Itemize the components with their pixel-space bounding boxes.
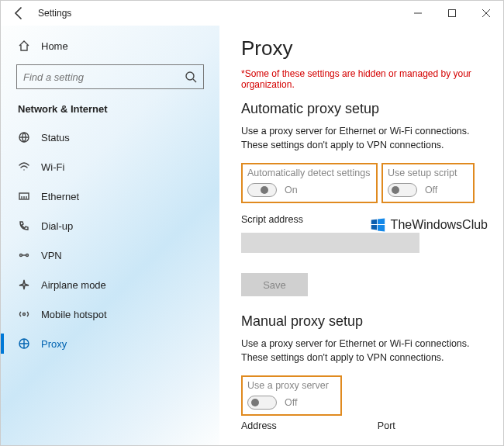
search-icon	[185, 71, 197, 83]
back-button[interactable]	[12, 5, 27, 21]
sidebar-item-hotspot[interactable]: Mobile hotspot	[1, 299, 219, 329]
section-desc-manual: Use a proxy server for Ethernet or Wi-Fi…	[241, 337, 482, 365]
sidebar-item-label: Dial-up	[41, 220, 73, 232]
svg-point-8	[20, 254, 22, 257]
sidebar-item-vpn[interactable]: VPN	[1, 240, 219, 270]
toggle-state: On	[285, 185, 298, 195]
setting-label: Automatically detect settings	[247, 168, 370, 178]
ethernet-icon	[18, 190, 30, 202]
maximize-button[interactable]	[435, 1, 469, 26]
sidebar-item-wifi[interactable]: Wi-Fi	[1, 152, 219, 182]
wifi-icon	[18, 161, 30, 173]
search-input[interactable]	[16, 64, 204, 89]
toggle-auto-detect[interactable]	[247, 183, 277, 197]
sidebar-section-title: Network & Internet	[1, 97, 219, 123]
sidebar-item-label: Status	[41, 132, 70, 143]
org-warning: *Some of these settings are hidden or ma…	[241, 68, 482, 90]
windows-logo-icon	[369, 216, 386, 233]
svg-marker-12	[371, 220, 376, 224]
window-caption: Settings	[38, 8, 71, 19]
search-field[interactable]	[23, 71, 185, 83]
watermark-text: TheWindowsClub	[391, 218, 488, 232]
sidebar-item-label: Wi-Fi	[41, 161, 64, 173]
svg-marker-13	[378, 218, 385, 224]
minimize-button[interactable]	[401, 1, 435, 26]
sidebar-item-label: Ethernet	[41, 191, 79, 202]
setting-label: Use setup script	[388, 168, 467, 178]
svg-point-4	[186, 72, 194, 80]
section-desc-auto: Use a proxy server for Ethernet or Wi-Fi…	[241, 125, 482, 152]
sidebar-item-label: Mobile hotspot	[41, 309, 107, 320]
toggle-state: Off	[425, 185, 437, 195]
vpn-icon	[18, 249, 30, 261]
svg-line-5	[193, 79, 196, 82]
main-content: Proxy *Some of these settings are hidden…	[219, 26, 503, 446]
sidebar-item-label: Airplane mode	[41, 279, 106, 291]
setting-label: Use a proxy server	[247, 380, 334, 391]
sidebar-item-dialup[interactable]: Dial-up	[1, 211, 219, 240]
save-button[interactable]: Save	[241, 273, 308, 296]
svg-marker-15	[378, 225, 385, 232]
script-address-input[interactable]	[241, 233, 419, 253]
toggle-use-proxy[interactable]	[247, 396, 277, 410]
toggle-state: Off	[285, 397, 297, 408]
home-icon	[18, 40, 30, 52]
watermark: TheWindowsClub	[369, 216, 488, 233]
sidebar-item-ethernet[interactable]: Ethernet	[1, 182, 219, 211]
sidebar: Home Network & Internet Status Wi-Fi Eth…	[1, 26, 219, 446]
setting-setup-script: Use setup script Off	[381, 163, 475, 203]
globe-icon	[18, 131, 30, 143]
sidebar-item-proxy[interactable]: Proxy	[1, 329, 219, 358]
close-button[interactable]	[469, 1, 503, 26]
toggle-setup-script[interactable]	[388, 183, 417, 197]
page-title: Proxy	[241, 36, 482, 61]
proxy-icon	[18, 337, 30, 350]
window-titlebar: Settings	[1, 1, 503, 26]
address-label: Address	[241, 420, 277, 431]
sidebar-item-label: Home	[41, 40, 68, 52]
setting-auto-detect: Automatically detect settings On	[241, 163, 378, 203]
setting-use-proxy: Use a proxy server Off	[241, 375, 342, 416]
sidebar-item-label: VPN	[41, 250, 62, 261]
sidebar-item-status[interactable]: Status	[1, 123, 219, 152]
section-heading-manual: Manual proxy setup	[241, 313, 482, 330]
sidebar-item-airplane[interactable]: Airplane mode	[1, 270, 219, 299]
hotspot-icon	[18, 308, 30, 320]
svg-point-9	[26, 254, 29, 257]
sidebar-item-home[interactable]: Home	[1, 32, 219, 60]
airplane-icon	[18, 278, 30, 291]
svg-point-10	[23, 313, 26, 316]
phone-icon	[18, 220, 30, 232]
port-label: Port	[378, 420, 395, 431]
svg-rect-1	[449, 10, 456, 17]
section-heading-auto: Automatic proxy setup	[241, 101, 482, 117]
sidebar-item-label: Proxy	[41, 338, 67, 350]
svg-marker-14	[371, 225, 376, 230]
